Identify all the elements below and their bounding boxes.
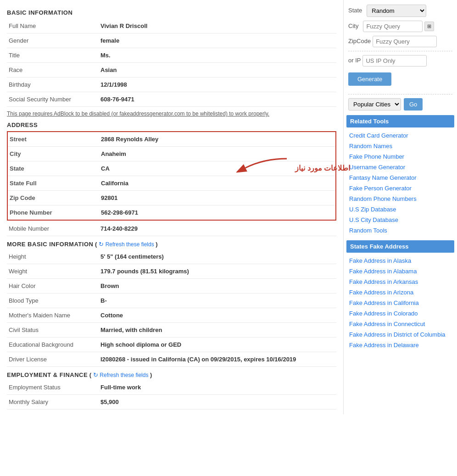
table-row: Full NameVivian R Driscoll xyxy=(7,19,336,33)
field-label: Driver License xyxy=(7,352,99,367)
more-basic-table: Height5' 5" (164 centimeters)Weight179.7… xyxy=(7,249,336,367)
employment-table: Employment StatusFull-time workMonthly S… xyxy=(7,380,336,410)
field-label: Civil Status xyxy=(7,323,99,338)
field-label: Monthly Salary xyxy=(7,395,99,410)
state-link[interactable]: Fake Address in Arkansas xyxy=(348,277,452,287)
field-label: Blood Type xyxy=(7,293,99,308)
field-value: Cottone xyxy=(99,308,336,323)
state-link[interactable]: Fake Address in Colorado xyxy=(348,308,452,319)
ip-input[interactable] xyxy=(362,55,427,66)
related-link[interactable]: Fake Phone Number xyxy=(348,151,452,162)
state-link[interactable]: Fake Address in California xyxy=(348,298,452,308)
field-label: Height xyxy=(7,249,99,264)
field-value: I2080268 - issued in California (CA) on … xyxy=(99,352,336,367)
field-label: Street xyxy=(7,132,99,147)
related-link[interactable]: U.S City Database xyxy=(348,215,452,225)
field-value: 608-76-9471 xyxy=(99,92,336,107)
field-label: Hair Color xyxy=(7,279,99,293)
employment-title: EMPLOYMENT & FINANCE xyxy=(7,371,88,378)
field-value: Ms. xyxy=(99,48,336,63)
zipcode-input[interactable] xyxy=(373,36,437,47)
field-label: Race xyxy=(7,63,99,77)
field-value: Vivian R Driscoll xyxy=(99,19,336,33)
table-row: TitleMs. xyxy=(7,48,336,63)
related-link[interactable]: Random Phone Numbers xyxy=(348,194,452,204)
farsi-label: اطلاعات مورد نیاز xyxy=(295,164,350,172)
red-arrow-icon xyxy=(236,154,291,182)
basic-info-table: Full NameVivian R DriscollGenderfemaleTi… xyxy=(7,19,336,107)
main-content: BASIC INFORMATION Full NameVivian R Dris… xyxy=(0,0,343,414)
state-link[interactable]: Fake Address in Alabama xyxy=(348,266,452,277)
field-label: Zip Code xyxy=(7,191,99,205)
employment-paren: ( xyxy=(89,371,91,378)
sidebar: State Random California New York Texas C… xyxy=(343,0,457,414)
field-label: State Full xyxy=(7,176,99,191)
state-select[interactable]: Random California New York Texas xyxy=(367,5,426,17)
field-label: Mother's Maiden Name xyxy=(7,308,99,323)
related-tools-title: Related Tools xyxy=(346,115,454,127)
related-link[interactable]: U.S Zip Database xyxy=(348,204,452,215)
state-link[interactable]: Fake Address in Delaware xyxy=(348,340,452,350)
city-search-icon[interactable]: ⊞ xyxy=(424,22,434,31)
related-link[interactable]: Fantasy Name Generator xyxy=(348,172,452,183)
refresh-employment-link[interactable]: Refresh these fields xyxy=(100,372,148,378)
city-row: City ⊞ xyxy=(348,21,452,32)
zipcode-row: ZipCode xyxy=(348,36,452,47)
states-title: States Fake Address xyxy=(346,240,454,253)
field-label: City xyxy=(7,147,99,161)
field-label: Weight xyxy=(7,264,99,279)
related-link[interactable]: Random Tools xyxy=(348,225,452,236)
field-value: High school diploma or GED xyxy=(99,338,336,352)
field-label: Full Name xyxy=(7,19,99,33)
state-link[interactable]: Fake Address in District of Columbia xyxy=(348,329,452,340)
field-value: 5' 5" (164 centimeters) xyxy=(99,249,336,264)
related-link[interactable]: Fake Person Generator xyxy=(348,183,452,194)
field-value: 179.7 pounds (81.51 kilograms) xyxy=(99,264,336,279)
field-label: Educational Background xyxy=(7,338,99,352)
field-value: 2868 Reynolds Alley xyxy=(99,132,336,147)
divider-2 xyxy=(348,94,452,94)
table-row: Employment StatusFull-time work xyxy=(7,380,336,395)
refresh-icon-employment: ↻ xyxy=(93,371,98,378)
field-value: Full-time work xyxy=(99,380,336,395)
state-link[interactable]: Fake Address in Alaska xyxy=(348,255,452,266)
table-row: Street2868 Reynolds Alley xyxy=(7,132,336,147)
related-link[interactable]: Credit Card Generator xyxy=(348,130,452,141)
field-value: 12/1/1998 xyxy=(99,77,336,92)
field-label: State xyxy=(7,161,99,176)
table-row: Hair ColorBrown xyxy=(7,279,336,293)
city-input[interactable] xyxy=(363,21,423,32)
table-row: Civil StatusMarried, with children xyxy=(7,323,336,338)
generate-button[interactable]: Generate xyxy=(348,72,391,86)
state-row: State Random California New York Texas xyxy=(348,5,452,17)
table-row: RaceAsian xyxy=(7,63,336,77)
field-value: Brown xyxy=(99,279,336,293)
table-row: Educational BackgroundHigh school diplom… xyxy=(7,338,336,352)
table-row: Mother's Maiden NameCottone xyxy=(7,308,336,323)
related-link[interactable]: Random Names xyxy=(348,141,452,151)
popular-cities-select[interactable]: Popular Cities New York Los Angeles Chic… xyxy=(348,98,401,111)
state-link[interactable]: Fake Address in Arizona xyxy=(348,287,452,298)
ip-row: or IP xyxy=(348,55,452,66)
field-value: $5,900 xyxy=(99,395,336,410)
address-title: ADDRESS xyxy=(7,122,336,128)
states-links: Fake Address in AlaskaFake Address in Al… xyxy=(348,255,452,350)
zipcode-label: ZipCode xyxy=(348,38,371,44)
state-link[interactable]: Fake Address in Connecticut xyxy=(348,319,452,329)
field-label: Phone Number xyxy=(7,205,99,221)
adblock-notice[interactable]: This page requires AdBlock to be disable… xyxy=(7,111,336,117)
related-link[interactable]: Username Generator xyxy=(348,162,452,172)
table-row: Zip Code92801 xyxy=(7,191,336,205)
employment-paren-close: ) xyxy=(150,371,152,378)
divider-1 xyxy=(348,51,452,51)
field-label: Birthday xyxy=(7,77,99,92)
field-value: 92801 xyxy=(99,191,336,205)
go-button[interactable]: Go xyxy=(404,98,423,111)
table-row: Social Security Number608-76-9471 xyxy=(7,92,336,107)
field-value: Asian xyxy=(99,63,336,77)
refresh-more-link[interactable]: Refresh these fields xyxy=(106,241,154,248)
field-label: Gender xyxy=(7,33,99,48)
mobile-table: Mobile Number 714-240-8229 xyxy=(7,221,336,236)
more-basic-title: MORE BASIC INFORMATION xyxy=(7,241,93,248)
table-row: Weight179.7 pounds (81.51 kilograms) xyxy=(7,264,336,279)
